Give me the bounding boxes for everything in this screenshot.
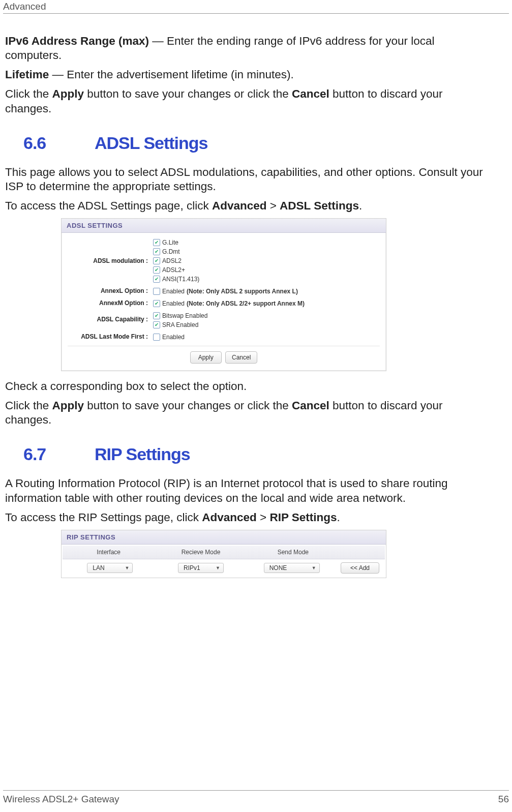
annexl-enabled: Enabled <box>162 287 185 296</box>
label-lastmode: ADSL Last Mode First : <box>68 333 153 340</box>
receive-value: RIPv1 <box>184 564 200 572</box>
checkbox-adsl2p[interactable] <box>153 266 160 274</box>
term-lifetime: Lifetime <box>5 68 49 81</box>
checkbox-glite[interactable] <box>153 239 160 246</box>
receive-mode-select[interactable]: RIPv1 ▼ <box>178 563 224 573</box>
annexl-note: (Note: Only ADSL 2 supports Annex L) <box>187 287 298 296</box>
page-footer: Wireless ADSL2+ Gateway 56 <box>3 790 509 805</box>
rip-col-receive: Recieve Mode <box>155 546 247 559</box>
footer-page-number: 56 <box>498 794 509 805</box>
opt-lastmode: Enabled <box>162 333 185 342</box>
adsl-panel-title: ADSL SETTINGS <box>62 219 386 233</box>
label-capability: ADSL Capability : <box>68 311 153 323</box>
label-adsl-modulation: ADSL modulation : <box>68 238 153 264</box>
interface-value: LAN <box>93 564 104 572</box>
desc-lifetime: — Enter the advertisement lifetime (in m… <box>49 68 293 81</box>
chevron-down-icon: ▼ <box>312 565 316 570</box>
opt-sra: SRA Enabled <box>162 320 198 329</box>
chevron-down-icon: ▼ <box>125 565 129 570</box>
checkbox-ansi[interactable] <box>153 276 160 283</box>
add-button[interactable]: << Add <box>341 562 379 574</box>
sec67-p2: To access the RIP Settings page, click A… <box>5 510 492 525</box>
rip-table-header: Interface Recieve Mode Send Mode <box>63 546 385 559</box>
annexm-enabled: Enabled <box>162 299 185 308</box>
heading-6-7: 6.7 RIP Settings <box>23 444 492 464</box>
adsl-settings-screenshot: ADSL SETTINGS ADSL modulation : G.Lite G… <box>61 218 386 371</box>
section-title: RIP Settings <box>95 444 190 464</box>
rip-col-action <box>339 546 385 559</box>
checkbox-gdmt[interactable] <box>153 248 160 255</box>
rip-settings-screenshot: RIP SETTINGS Interface Recieve Mode Send… <box>61 530 386 578</box>
interface-select[interactable]: LAN ▼ <box>87 563 133 573</box>
checkbox-annexm[interactable] <box>153 300 160 307</box>
rip-table-row: LAN ▼ RIPv1 ▼ NONE ▼ <box>63 559 385 577</box>
section-title: ADSL Settings <box>95 133 208 153</box>
sec66-p1: This page allows you to select ADSL modu… <box>5 165 492 194</box>
section-number: 6.7 <box>23 444 95 464</box>
paragraph-apply-cancel-1: Click the Apply button to save your chan… <box>5 87 492 115</box>
paragraph-ipv6-max: IPv6 Address Range (max) — Enter the end… <box>5 34 492 63</box>
apply-word: Apply <box>52 87 84 100</box>
checkbox-lastmode[interactable] <box>153 334 160 341</box>
opt-ansi: ANSI(T1.413) <box>162 275 199 284</box>
annexm-note: (Note: Only ADSL 2/2+ support Annex M) <box>187 299 305 308</box>
opt-gdmt: G.Dmt <box>162 247 180 256</box>
label-annexm: AnnexM Option : <box>68 299 153 307</box>
footer-left: Wireless ADSL2+ Gateway <box>3 794 119 805</box>
chevron-down-icon: ▼ <box>216 565 220 570</box>
post-adsl-p1: Check a corresponding box to select the … <box>5 379 492 394</box>
heading-6-6: 6.6 ADSL Settings <box>23 133 492 153</box>
page-header: Advanced <box>3 1 509 14</box>
term-ipv6-max: IPv6 Address Range (max) <box>5 35 149 47</box>
opt-adsl2p: ADSL2+ <box>162 265 185 275</box>
label-annexl: AnnexL Option : <box>68 287 153 294</box>
sec67-p1: A Routing Information Protocol (RIP) is … <box>5 476 492 505</box>
paragraph-apply-cancel-2: Click the Apply button to save your chan… <box>5 399 492 427</box>
cancel-word: Cancel <box>292 87 329 100</box>
opt-adsl2: ADSL2 <box>162 256 182 265</box>
send-value: NONE <box>269 564 287 572</box>
apply-button[interactable]: Apply <box>190 351 222 364</box>
section-number: 6.6 <box>23 133 95 153</box>
rip-panel-title: RIP SETTINGS <box>62 530 386 545</box>
checkbox-sra[interactable] <box>153 321 160 328</box>
cancel-button[interactable]: Cancel <box>225 351 257 364</box>
checkbox-bitswap[interactable] <box>153 312 160 319</box>
opt-glite: G.Lite <box>162 238 178 247</box>
sec66-p2: To access the ADSL Settings page, click … <box>5 199 492 213</box>
paragraph-lifetime: Lifetime — Enter the advertisement lifet… <box>5 68 492 82</box>
checkbox-adsl2[interactable] <box>153 257 160 264</box>
header-title: Advanced <box>3 1 46 12</box>
opt-bitswap: Bitswap Enabled <box>162 311 207 320</box>
rip-col-interface: Interface <box>63 546 155 559</box>
rip-col-send: Send Mode <box>247 546 339 559</box>
send-mode-select[interactable]: NONE ▼ <box>264 563 320 573</box>
checkbox-annexl[interactable] <box>153 288 160 295</box>
